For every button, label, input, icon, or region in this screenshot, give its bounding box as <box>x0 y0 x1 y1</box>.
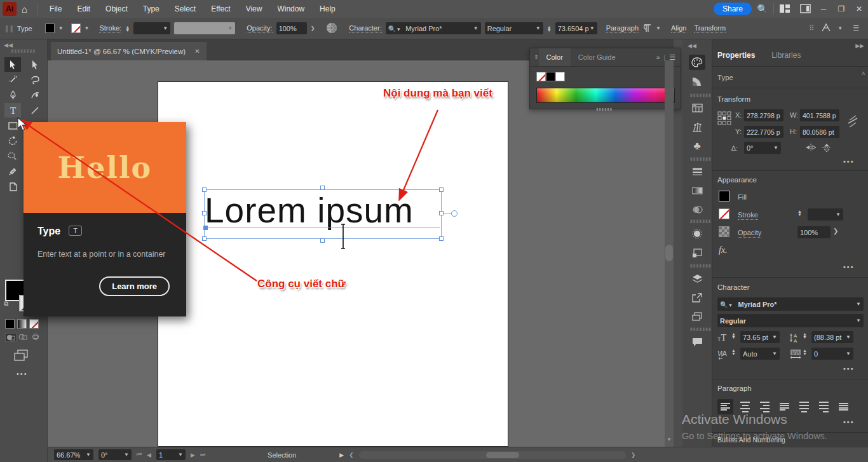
opacity-label[interactable]: Opacity: <box>247 24 272 33</box>
align-right-button[interactable] <box>757 399 773 414</box>
opacity-expand-icon[interactable]: ❯ <box>833 228 838 234</box>
artboard[interactable]: Lorem ipsum <box>158 81 508 447</box>
paragraph-label[interactable]: Paragraph <box>606 24 639 33</box>
color-mode-gradient[interactable] <box>17 319 27 329</box>
close-tab-icon[interactable]: ✕ <box>194 48 200 55</box>
stroke-color-swatch[interactable] <box>71 24 81 33</box>
chevron-down-icon[interactable]: ▼ <box>85 25 90 31</box>
chevron-down-icon[interactable]: ▼ <box>656 25 661 31</box>
color-black-swatch[interactable] <box>546 72 555 81</box>
text-flow-port[interactable] <box>451 210 458 217</box>
horizontal-scrollbar[interactable] <box>359 451 626 459</box>
kerning-dropdown[interactable]: Auto▼ <box>740 348 780 360</box>
menu-window[interactable]: Window <box>269 0 312 18</box>
menu-list-icon[interactable]: ☰ <box>853 24 859 32</box>
tool-direct-selection[interactable] <box>27 57 43 72</box>
h-field[interactable]: 80.0586 pt <box>800 126 839 138</box>
character-font-dropdown[interactable]: 🔍▼ Myriad Pro* ▼ <box>717 297 864 311</box>
baseline-anchor[interactable] <box>203 226 208 230</box>
layers-panel-icon[interactable] <box>689 271 705 286</box>
horizontal-scrollbar-thumb[interactable] <box>486 452 519 458</box>
draw-normal-mode[interactable] <box>5 333 17 342</box>
recolor-artwork-icon[interactable] <box>326 22 337 35</box>
color-panel-icon[interactable] <box>689 55 705 70</box>
scroll-down-icon[interactable]: ▼ <box>667 437 672 442</box>
character-style-dropdown[interactable]: Regular▼ <box>717 314 864 327</box>
selection-handle-e[interactable] <box>439 211 444 215</box>
opacity-expand-icon[interactable]: ❯ <box>311 25 315 31</box>
transparency-panel-icon[interactable] <box>689 202 705 217</box>
more-character-options[interactable]: ••• <box>843 365 855 372</box>
menu-select[interactable]: Select <box>167 0 203 18</box>
tab-properties[interactable]: Properties <box>717 51 755 60</box>
swatches-panel-icon[interactable] <box>689 100 705 116</box>
gradient2-panel-icon[interactable] <box>689 183 705 198</box>
character-label[interactable]: Character: <box>349 24 381 33</box>
tool-shape-builder[interactable] <box>4 149 21 163</box>
restore-button[interactable]: ❐ <box>832 4 850 13</box>
constrain-proportions-icon[interactable] <box>847 114 858 130</box>
font-size-stepper[interactable]: ▲▼ <box>731 332 736 339</box>
selection-handle-n[interactable] <box>320 186 325 190</box>
scroll-right-icon[interactable]: ❯ <box>631 452 636 458</box>
fill-color-swatch[interactable] <box>45 24 55 33</box>
minimize-button[interactable]: ─ <box>815 4 832 13</box>
tool-magic-wand[interactable] <box>4 72 21 87</box>
chevron-down-icon[interactable]: ▼ <box>837 25 843 31</box>
font-family-dropdown[interactable]: 🔍▼ Myriad Pro*▼ <box>386 22 481 34</box>
kerning-stepper[interactable]: ▲▼ <box>731 349 736 355</box>
align-link[interactable]: Align <box>671 24 686 33</box>
color-white-swatch[interactable] <box>555 72 565 81</box>
selection-handle-ne[interactable] <box>439 187 444 192</box>
more-transform-options[interactable]: ••• <box>843 158 855 165</box>
rotation-dropdown[interactable]: 0°▼ <box>98 449 132 460</box>
font-size-dropdown[interactable]: 73.6504 p▼ <box>555 22 597 34</box>
artboards-panel-icon[interactable] <box>689 309 705 324</box>
workspace-icon[interactable] <box>821 24 831 33</box>
tool-line-segment[interactable] <box>27 103 43 118</box>
menu-type[interactable]: Type <box>135 0 167 18</box>
appearance-opacity-label[interactable]: Opacity <box>738 229 761 238</box>
tracking-stepper[interactable]: ▲▼ <box>803 349 807 355</box>
artboard-text[interactable]: Lorem ipsum <box>205 190 414 231</box>
font-size-stepper[interactable]: ▲▼ <box>547 25 552 32</box>
tab-libraries[interactable]: Libraries <box>771 51 801 60</box>
x-field[interactable]: 278.2798 p <box>744 109 783 121</box>
justify-right-button[interactable] <box>816 399 832 414</box>
appearance-opacity-swatch[interactable] <box>719 226 729 237</box>
home-icon[interactable]: ⌂ <box>22 4 27 15</box>
selection-handle-w[interactable] <box>202 211 207 215</box>
color-none-swatch[interactable] <box>536 72 546 81</box>
align-center-button[interactable] <box>737 399 753 414</box>
chevron-down-icon[interactable]: ▼ <box>58 25 64 31</box>
panel-collapse-icon[interactable]: ⇕ <box>530 54 539 60</box>
font-style-dropdown[interactable]: Regular▼ <box>485 22 543 34</box>
transform-link[interactable]: Transform <box>694 24 726 33</box>
tracking-dropdown[interactable]: 0▼ <box>811 348 853 360</box>
reference-point-grid[interactable] <box>717 109 731 127</box>
artboard-number-dropdown[interactable]: 1▼ <box>156 449 186 460</box>
color-mode-none[interactable] <box>29 319 39 329</box>
appearance-stroke-swatch[interactable] <box>719 208 729 219</box>
close-button[interactable]: ✕ <box>850 4 868 13</box>
selection-handle-s[interactable] <box>320 238 325 243</box>
gradient-panel-icon[interactable] <box>689 74 705 89</box>
menu-edit[interactable]: Edit <box>69 0 98 18</box>
search-icon[interactable]: 🔍 <box>752 4 773 14</box>
font-size-dropdown[interactable]: 73.65 pt▼ <box>740 331 780 343</box>
appearance-stroke-label[interactable]: Stroke <box>738 211 758 220</box>
stroke-weight-dropdown[interactable]: ▼ <box>808 208 843 221</box>
tab-color[interactable]: Color <box>539 48 571 66</box>
tab-color-guide[interactable]: Color Guide <box>571 48 623 66</box>
color-spectrum-bar[interactable] <box>536 88 675 103</box>
dock-options-icon[interactable]: ⠿ <box>809 24 815 32</box>
tool-pen[interactable] <box>4 88 21 102</box>
tool-curvature[interactable] <box>27 88 43 102</box>
vertical-scrollbar-thumb[interactable] <box>665 245 673 261</box>
more-paragraph-options[interactable]: ••• <box>843 418 855 426</box>
learn-more-button[interactable]: Learn more <box>99 276 170 296</box>
selection-handle-nw[interactable] <box>202 187 207 192</box>
flip-horizontal-icon[interactable] <box>805 143 817 153</box>
first-artboard-icon[interactable]: ⏮ <box>137 451 142 458</box>
selection-handle-sw[interactable] <box>202 236 207 241</box>
